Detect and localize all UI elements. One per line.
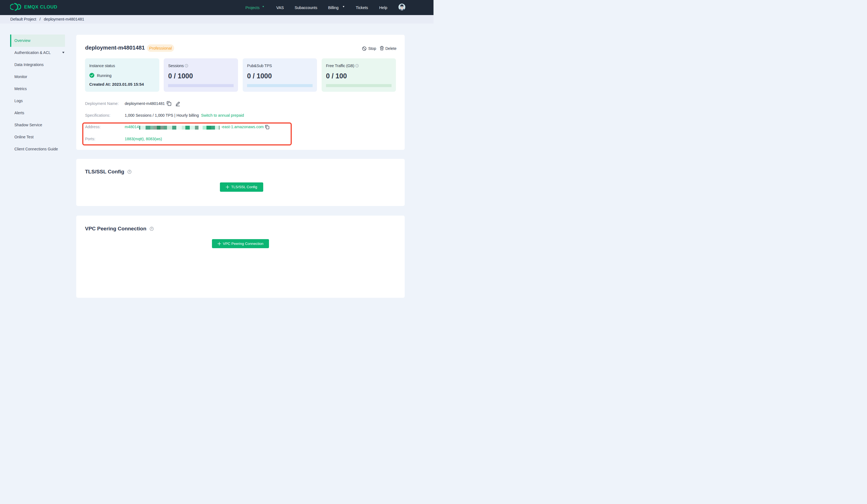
svg-text:?: ? bbox=[151, 227, 152, 230]
svg-text:?: ? bbox=[356, 65, 358, 67]
svg-text:?: ? bbox=[129, 171, 130, 173]
svg-text:?: ? bbox=[186, 65, 187, 67]
